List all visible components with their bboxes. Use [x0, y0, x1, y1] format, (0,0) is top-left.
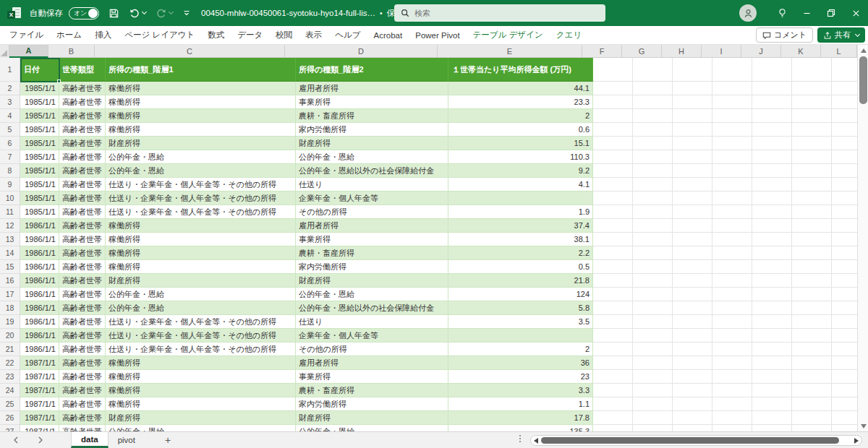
- empty-cell[interactable]: [832, 233, 857, 246]
- empty-cell[interactable]: [593, 315, 633, 329]
- empty-cell[interactable]: [673, 150, 712, 164]
- column-header-I[interactable]: I: [702, 45, 741, 58]
- empty-cell[interactable]: [712, 205, 752, 219]
- empty-cell[interactable]: [832, 384, 857, 397]
- row-number[interactable]: 6: [0, 137, 20, 150]
- empty-cell[interactable]: [633, 260, 673, 274]
- empty-cell[interactable]: [673, 164, 712, 178]
- empty-cell[interactable]: [792, 246, 832, 260]
- empty-cell[interactable]: [593, 274, 633, 288]
- cell-average-income[interactable]: [448, 329, 593, 343]
- cell-average-income[interactable]: 1.1: [448, 397, 593, 411]
- empty-cell[interactable]: [752, 343, 792, 356]
- empty-cell[interactable]: [593, 150, 633, 164]
- search-input[interactable]: [414, 9, 581, 17]
- cell-household-type[interactable]: 高齢者世帯: [59, 123, 106, 137]
- cell-income-tier2[interactable]: 家内労働所得: [296, 260, 448, 274]
- cell-household-type[interactable]: 高齢者世帯: [59, 205, 106, 219]
- cell-average-income[interactable]: 2: [448, 109, 593, 123]
- cell-average-income[interactable]: 2: [448, 343, 593, 356]
- empty-cell[interactable]: [593, 246, 633, 260]
- cell-average-income[interactable]: 1.9: [448, 205, 593, 219]
- cell-income-tier1[interactable]: 仕送り・企業年金・個人年金等・その他の所得: [106, 315, 296, 329]
- empty-cell[interactable]: [792, 260, 832, 274]
- cell-household-type[interactable]: 高齢者世帯: [59, 274, 106, 288]
- minimize-button[interactable]: [794, 0, 819, 26]
- empty-cell[interactable]: [832, 58, 857, 82]
- empty-cell[interactable]: [712, 58, 752, 82]
- empty-cell[interactable]: [712, 370, 752, 384]
- cell-income-tier1[interactable]: 仕送り・企業年金・個人年金等・その他の所得: [106, 343, 296, 356]
- empty-cell[interactable]: [712, 301, 752, 315]
- empty-cell[interactable]: [792, 58, 832, 82]
- new-sheet-button[interactable]: +: [165, 434, 171, 446]
- cell-household-type[interactable]: 高齢者世帯: [59, 356, 106, 370]
- ribbon-tab-4[interactable]: 数式: [201, 26, 231, 45]
- cell-income-tier2[interactable]: 家内労働所得: [296, 397, 448, 411]
- cell-income-tier1[interactable]: 公的年金・恩給: [106, 301, 296, 315]
- cell-average-income[interactable]: 135.3: [448, 425, 593, 431]
- empty-cell[interactable]: [832, 425, 857, 431]
- empty-cell[interactable]: [752, 370, 792, 384]
- cell-income-tier2[interactable]: その他の所得: [296, 205, 448, 219]
- scroll-down-button[interactable]: [858, 421, 868, 431]
- column-header-E[interactable]: E: [438, 45, 582, 58]
- cell-date[interactable]: 1987/1/1: [20, 370, 59, 384]
- empty-cell[interactable]: [832, 178, 857, 191]
- empty-cell[interactable]: [792, 425, 832, 431]
- ribbon-tab-1[interactable]: ホーム: [50, 26, 88, 45]
- cell-date[interactable]: 1987/1/1: [20, 384, 59, 397]
- empty-cell[interactable]: [832, 411, 857, 425]
- empty-cell[interactable]: [832, 164, 857, 178]
- scroll-up-button[interactable]: [858, 45, 868, 56]
- undo-button[interactable]: [129, 7, 146, 19]
- cell-income-tier1[interactable]: 財産所得: [106, 411, 296, 425]
- empty-cell[interactable]: [673, 82, 712, 95]
- cell-household-type[interactable]: 高齢者世帯: [59, 411, 106, 425]
- empty-cell[interactable]: [712, 109, 752, 123]
- cell-household-type[interactable]: 高齢者世帯: [59, 178, 106, 191]
- ribbon-tab-12[interactable]: クエリ: [550, 26, 588, 45]
- empty-cell[interactable]: [712, 260, 752, 274]
- empty-cell[interactable]: [832, 137, 857, 150]
- empty-cell[interactable]: [593, 260, 633, 274]
- empty-cell[interactable]: [752, 384, 792, 397]
- empty-cell[interactable]: [593, 425, 633, 431]
- empty-cell[interactable]: [712, 315, 752, 329]
- empty-cell[interactable]: [712, 246, 752, 260]
- row-number[interactable]: 14: [0, 246, 20, 260]
- row-number[interactable]: 2: [0, 82, 20, 95]
- cell-household-type[interactable]: 高齢者世帯: [59, 233, 106, 246]
- empty-cell[interactable]: [712, 274, 752, 288]
- empty-cell[interactable]: [633, 58, 673, 82]
- cell-average-income[interactable]: 4.1: [448, 178, 593, 191]
- cell-average-income[interactable]: 3.3: [448, 384, 593, 397]
- empty-cell[interactable]: [792, 301, 832, 315]
- cell-income-tier2[interactable]: 事業所得: [296, 370, 448, 384]
- cell-income-tier1[interactable]: 稼働所得: [106, 260, 296, 274]
- cell-income-tier1[interactable]: 稼働所得: [106, 246, 296, 260]
- empty-cell[interactable]: [792, 370, 832, 384]
- cell-income-tier2[interactable]: 雇用者所得: [296, 82, 448, 95]
- cell-date[interactable]: 1986/1/1: [20, 246, 59, 260]
- empty-cell[interactable]: [593, 411, 633, 425]
- empty-cell[interactable]: [792, 164, 832, 178]
- cell-date[interactable]: 1987/1/1: [20, 411, 59, 425]
- scroll-left-button[interactable]: [531, 438, 541, 444]
- empty-cell[interactable]: [673, 274, 712, 288]
- empty-cell[interactable]: [673, 233, 712, 246]
- cell-date[interactable]: 1985/1/1: [20, 205, 59, 219]
- ribbon-tab-2[interactable]: 挿入: [88, 26, 118, 45]
- empty-cell[interactable]: [633, 397, 673, 411]
- empty-cell[interactable]: [593, 219, 633, 233]
- empty-cell[interactable]: [633, 288, 673, 301]
- empty-cell[interactable]: [752, 246, 792, 260]
- cell-household-type[interactable]: 高齢者世帯: [59, 260, 106, 274]
- ribbon-tab-9[interactable]: Acrobat: [367, 26, 409, 45]
- empty-cell[interactable]: [792, 123, 832, 137]
- empty-cell[interactable]: [673, 95, 712, 109]
- cell-household-type[interactable]: 高齢者世帯: [59, 82, 106, 95]
- close-button[interactable]: [843, 0, 868, 26]
- ribbon-tab-10[interactable]: Power Pivot: [409, 26, 466, 45]
- cell-income-tier1[interactable]: 稼働所得: [106, 356, 296, 370]
